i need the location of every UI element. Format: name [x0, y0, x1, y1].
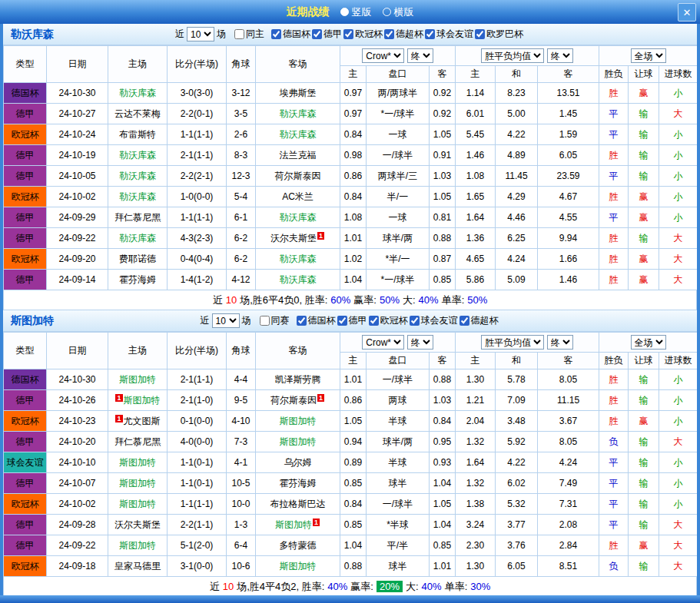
team-name: 勒沃库森 [119, 233, 156, 244]
team-name: 埃弗斯堡 [280, 88, 317, 98]
league-filter[interactable]: 欧罗巴杯 [475, 28, 523, 41]
mean-home: 2.30 [456, 535, 496, 556]
league-checkbox[interactable] [475, 29, 485, 39]
league-filter[interactable]: 德超杯 [459, 314, 499, 327]
match-score: 1-0(0-0) [168, 187, 227, 207]
summary-text: 单率: [445, 580, 468, 594]
odds-home: 0.97 [340, 83, 367, 104]
handicap: 一/球半 [367, 145, 430, 166]
odds-away: 1.05 [430, 187, 456, 207]
layout-horizontal-radio[interactable]: 横版 [383, 5, 414, 19]
match-type: 德甲 [4, 390, 47, 411]
col-type: 类型 [4, 46, 47, 83]
mean-away: 6.05 [538, 145, 599, 166]
near-label: 近 [201, 314, 210, 327]
odds-home: 1.02 [340, 249, 367, 270]
match-score: 1-1(0-1) [168, 473, 227, 494]
league-filter[interactable]: 球会友谊 [425, 28, 473, 41]
same-filter[interactable]: 同主 [234, 28, 264, 41]
handicap: 球半/两 [367, 228, 430, 249]
red-card-badge: 1 [317, 232, 324, 240]
match-type: 德甲 [4, 270, 47, 290]
corner-count: 4-10 [227, 411, 256, 432]
odds-away: 0.88 [430, 369, 456, 390]
league-filter[interactable]: 德超杯 [384, 28, 423, 41]
odds-company-select[interactable]: Crow* [362, 335, 404, 350]
result-goals: 大 [659, 515, 697, 535]
summary-text: 单率: [442, 293, 465, 307]
league-filter[interactable]: 欧冠杯 [343, 28, 383, 41]
match-row: 德国杯24-10-30斯图加特2-1(1-1)4-4凯泽斯劳腾1.01一/球半0… [4, 369, 698, 390]
games-count-select[interactable]: 10 [187, 27, 214, 41]
match-row: 欧冠杯24-10-24布雷斯特1-1(1-1)2-6勒沃库森0.84一球1.05… [4, 124, 698, 145]
league-checkbox[interactable] [312, 29, 322, 39]
mean-home: 1.32 [456, 473, 496, 494]
close-button[interactable]: ✕ [678, 3, 696, 22]
league-checkbox[interactable] [271, 29, 281, 39]
league-filter[interactable]: 德甲 [312, 28, 342, 41]
result-goals: 小 [659, 207, 697, 228]
odds-away: 0.81 [430, 207, 456, 228]
league-checkbox[interactable] [297, 316, 307, 326]
league-checkbox[interactable] [425, 29, 435, 39]
scope-select[interactable]: 全场 [631, 335, 666, 350]
win-rate: 40% [327, 581, 347, 592]
league-checkbox[interactable] [410, 316, 420, 326]
result-goals: 大 [659, 270, 697, 290]
home-team: 云达不莱梅 [108, 104, 168, 124]
league-checkbox[interactable] [384, 29, 394, 39]
league-label: 欧冠杯 [380, 314, 408, 327]
mean-final-select[interactable]: 终 [547, 48, 573, 63]
result-goals: 小 [659, 145, 697, 166]
odds-away: 0.84 [430, 411, 456, 432]
match-score: 1-1(1-1) [168, 124, 227, 145]
odds-away: 0.87 [430, 249, 456, 270]
league-checkbox[interactable] [337, 316, 347, 326]
away-team: 法兰克福 [256, 145, 340, 166]
league-filter[interactable]: 德甲 [337, 314, 367, 327]
mean-type-select[interactable]: 胜平负均值 [481, 48, 544, 63]
odds-final-select[interactable]: 终 [407, 335, 433, 350]
corner-count: 3-12 [227, 83, 256, 104]
league-checkbox[interactable] [369, 316, 379, 326]
team-name: 霍芬海姆 [119, 274, 156, 285]
team-name: 勒沃库森 [280, 108, 317, 119]
corner-count: 10-0 [227, 494, 256, 515]
games-count-select[interactable]: 10 [212, 313, 240, 328]
result-handicap: 赢 [629, 535, 659, 556]
result-goals: 小 [659, 124, 697, 145]
mean-type-select[interactable]: 胜平负均值 [481, 335, 544, 350]
match-date: 24-09-29 [47, 207, 108, 228]
team-name: 勒沃库森 [119, 150, 156, 161]
same-checkbox[interactable] [260, 316, 270, 326]
corner-count: 6-2 [227, 249, 256, 270]
mean-draw: 6.02 [496, 473, 538, 494]
same-filter[interactable]: 同赛 [260, 314, 290, 327]
odds-final-select[interactable]: 终 [407, 48, 433, 63]
league-filter[interactable]: 德国杯 [271, 28, 310, 41]
same-checkbox[interactable] [234, 29, 244, 39]
filter-bar: 近 10 场 同赛 德国杯德甲欧冠杯球会友谊德超杯 [3, 313, 697, 328]
league-filter[interactable]: 球会友谊 [410, 314, 458, 327]
corner-count: 6-1 [227, 207, 256, 228]
mean-final-select[interactable]: 终 [547, 335, 573, 350]
away-team: 勒沃库森 [256, 207, 340, 228]
result-goals: 大 [659, 228, 697, 249]
league-checkbox[interactable] [459, 316, 469, 326]
league-checkbox[interactable] [343, 29, 353, 39]
league-filter[interactable]: 德国杯 [297, 314, 336, 327]
match-type: 欧冠杯 [4, 124, 47, 145]
layout-vertical-radio[interactable]: 竖版 [340, 5, 372, 19]
handicap: 两球半/三 [367, 166, 430, 187]
team-name: 凯泽斯劳腾 [275, 374, 321, 385]
league-filter[interactable]: 欧冠杯 [369, 314, 408, 327]
match-score: 1-4(1-2) [168, 270, 227, 290]
away-team: 荷尔斯泰因 [256, 166, 340, 187]
col-handicap: 盘口 [367, 353, 430, 369]
team-name: 拜仁慕尼黑 [114, 212, 161, 223]
handicap: 半/一 [367, 187, 430, 207]
scope-select[interactable]: 全场 [631, 48, 666, 63]
odds-company-select[interactable]: Crow* [362, 48, 404, 63]
mean-draw: 4.46 [496, 207, 538, 228]
match-score: 2-2(2-1) [168, 166, 227, 187]
